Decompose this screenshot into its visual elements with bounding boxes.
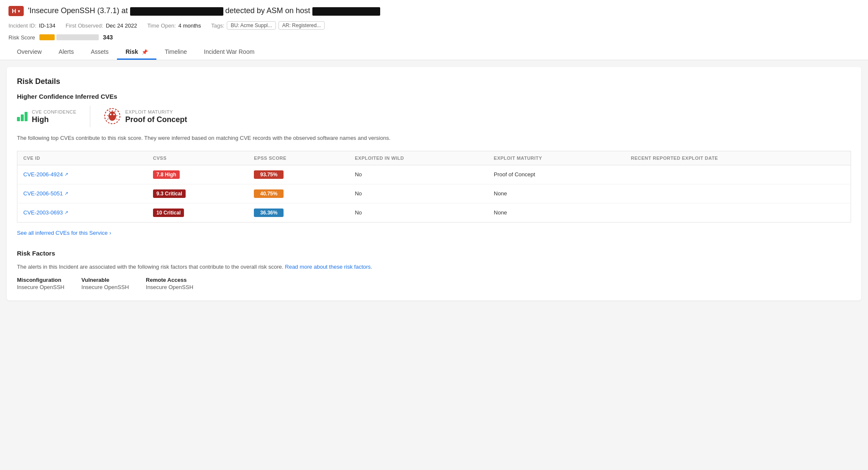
tab-timeline[interactable]: Timeline xyxy=(156,45,195,60)
first-observed-item: First Observed: Dec 24 2022 xyxy=(66,22,137,29)
cve-description: The following top CVEs contribute to thi… xyxy=(17,134,851,142)
severity-badge[interactable]: H ▾ xyxy=(8,6,24,16)
header-bar: H ▾ 'Insecure OpenSSH (3.7.1) at detecte… xyxy=(0,0,868,60)
epss-badge: 40.75% xyxy=(254,189,284,198)
nav-tabs: Overview Alerts Assets Risk 📌 Timeline I… xyxy=(8,45,860,60)
confidence-divider xyxy=(90,106,90,127)
cve-id-text: CVE-2003-0693 xyxy=(23,209,63,216)
risk-factors-desc: The alerts in this Incident are associat… xyxy=(17,263,851,271)
tab-assets[interactable]: Assets xyxy=(82,45,117,60)
cvss-cell: 7.8 High xyxy=(147,165,248,184)
risk-factors-link[interactable]: Read more about these risk factors. xyxy=(285,264,372,270)
severity-chevron: ▾ xyxy=(18,9,20,14)
cve-id-text: CVE-2006-4924 xyxy=(23,171,63,178)
risk-bar xyxy=(39,34,99,40)
epss-badge: 36.36% xyxy=(254,209,284,217)
risk-factor-item: Vulnerable Insecure OpenSSH xyxy=(81,277,129,290)
external-link-icon: ↗ xyxy=(64,191,68,196)
cve-id-cell: CVE-2003-0693 ↗ xyxy=(17,203,147,222)
first-observed-label: First Observed: xyxy=(66,22,103,29)
col-epss: EPSS SCORE xyxy=(248,151,349,165)
tags-label: Tags: xyxy=(211,22,224,29)
risk-factor-value: Insecure OpenSSH xyxy=(17,284,64,290)
col-recent-date: RECENT REPORTED EXPLOIT DATE xyxy=(625,151,851,165)
tag-bu[interactable]: BU: Acme Suppl... xyxy=(227,21,275,30)
exploited-cell: No xyxy=(349,203,488,222)
incident-id-value: ID-134 xyxy=(39,22,56,29)
exploit-maturity-value: Proof of Concept xyxy=(125,115,187,124)
cve-id-cell: CVE-2006-5051 ↗ xyxy=(17,184,147,203)
risk-factor-item: Misconfiguration Insecure OpenSSH xyxy=(17,277,64,290)
svg-point-2 xyxy=(110,114,111,115)
meta-row: Incident ID: ID-134 First Observed: Dec … xyxy=(8,21,860,30)
risk-bar-filled xyxy=(39,34,55,40)
tab-overview[interactable]: Overview xyxy=(8,45,50,60)
svg-line-5 xyxy=(109,111,110,112)
time-open-label: Time Open: xyxy=(147,22,175,29)
epss-cell: 36.36% xyxy=(248,203,349,222)
time-open-value: 4 months xyxy=(178,22,201,29)
risk-factor-name: Vulnerable xyxy=(81,277,129,283)
table-row: CVE-2003-0693 ↗ 10 Critical 36.36% No No… xyxy=(17,203,851,222)
risk-factor-name: Remote Access xyxy=(146,277,193,283)
cve-link[interactable]: CVE-2006-5051 ↗ xyxy=(23,190,141,197)
col-cve-id: CVE ID xyxy=(17,151,147,165)
bar-chart-icon xyxy=(17,112,28,121)
table-row: CVE-2006-5051 ↗ 9.3 Critical 40.75% No N… xyxy=(17,184,851,203)
bar1 xyxy=(17,117,20,121)
cve-confidence-item: CVE CONFIDENCE High xyxy=(17,109,76,124)
tab-war-room[interactable]: Incident War Room xyxy=(195,45,263,60)
tab-alerts[interactable]: Alerts xyxy=(50,45,82,60)
see-all-text: See all inferred CVEs for this Service xyxy=(17,230,108,236)
external-link-icon: ↗ xyxy=(64,172,68,177)
redacted-ip xyxy=(130,7,223,16)
cvss-badge: 7.8 High xyxy=(153,170,180,179)
bar3 xyxy=(25,112,28,121)
exploit-maturity-label: EXPLOIT MATURITY xyxy=(125,109,187,114)
risk-factors-title: Risk Factors xyxy=(17,250,851,257)
col-cvss: CVSS xyxy=(147,151,248,165)
cve-link[interactable]: CVE-2003-0693 ↗ xyxy=(23,209,141,216)
cve-table-header-row: CVE ID CVSS EPSS SCORE EXPLOITED IN WILD… xyxy=(17,151,851,165)
col-maturity: EXPLOIT MATURITY xyxy=(488,151,625,165)
risk-factor-value: Insecure OpenSSH xyxy=(146,284,193,290)
risk-score-label: Risk Score xyxy=(8,34,35,41)
cve-confidence-text: CVE CONFIDENCE High xyxy=(32,109,76,124)
incident-id-item: Incident ID: ID-134 xyxy=(8,22,56,29)
confidence-row: CVE CONFIDENCE High xyxy=(17,106,851,127)
page-title: 'Insecure OpenSSH (3.7.1) at detected by… xyxy=(28,6,380,15)
see-all-link[interactable]: See all inferred CVEs for this Service › xyxy=(17,230,111,236)
bar2 xyxy=(21,114,24,121)
tab-risk[interactable]: Risk 📌 xyxy=(117,45,156,60)
tag-ar[interactable]: AR: Registered... xyxy=(278,21,325,30)
col-exploited: EXPLOITED IN WILD xyxy=(349,151,488,165)
svg-line-7 xyxy=(107,115,108,116)
cvss-badge: 10 Critical xyxy=(153,209,184,217)
main-content: Risk Details Higher Confidence Inferred … xyxy=(7,67,861,300)
exploit-maturity-item: EXPLOIT MATURITY Proof of Concept xyxy=(104,108,187,126)
maturity-cell: None xyxy=(488,184,625,203)
title-prefix: 'Insecure OpenSSH (3.7.1) at xyxy=(28,6,128,15)
title-mid: detected by ASM on host xyxy=(225,6,310,15)
cvss-cell: 9.3 Critical xyxy=(147,184,248,203)
risk-score-value: 343 xyxy=(103,34,113,41)
epss-badge: 93.75% xyxy=(254,170,284,179)
risk-factor-name: Misconfiguration xyxy=(17,277,64,283)
cve-link[interactable]: CVE-2006-4924 ↗ xyxy=(23,171,141,178)
pin-icon: 📌 xyxy=(142,49,148,55)
epss-cell: 93.75% xyxy=(248,165,349,184)
epss-cell: 40.75% xyxy=(248,184,349,203)
risk-factors-grid: Misconfiguration Insecure OpenSSH Vulner… xyxy=(17,277,851,290)
risk-factors-desc-text: The alerts in this Incident are associat… xyxy=(17,264,284,270)
inferred-cves-title: Higher Confidence Inferred CVEs xyxy=(17,93,851,100)
tags-item: Tags: BU: Acme Suppl... AR: Registered..… xyxy=(211,21,325,30)
exploited-cell: No xyxy=(349,165,488,184)
cve-id-cell: CVE-2006-4924 ↗ xyxy=(17,165,147,184)
svg-line-8 xyxy=(116,115,117,116)
risk-factor-item: Remote Access Insecure OpenSSH xyxy=(146,277,193,290)
cve-id-text: CVE-2006-5051 xyxy=(23,190,63,197)
cvss-cell: 10 Critical xyxy=(147,203,248,222)
maturity-cell: None xyxy=(488,203,625,222)
risk-details-title: Risk Details xyxy=(17,77,851,86)
title-row: H ▾ 'Insecure OpenSSH (3.7.1) at detecte… xyxy=(8,6,860,16)
